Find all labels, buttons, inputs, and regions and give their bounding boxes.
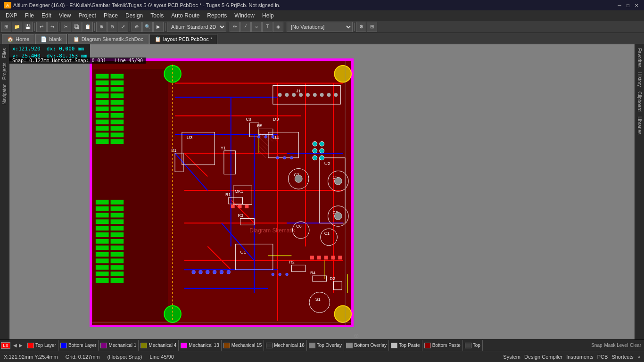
layer-mech1[interactable]: Mechanical 1	[99, 340, 139, 351]
tb-zoom-in[interactable]: ⊕	[96, 22, 107, 32]
tb-comp[interactable]: ◈	[273, 22, 283, 32]
tb-circle[interactable]: ○	[251, 22, 262, 32]
tb-copy[interactable]: ⿻	[72, 22, 82, 32]
layer-top-overlay[interactable]: Top Overlay	[307, 340, 344, 351]
menu-tools[interactable]: Tools	[147, 11, 167, 20]
svg-text:D3: D3	[273, 116, 279, 122]
svg-point-169	[313, 156, 317, 160]
svg-rect-50	[111, 278, 124, 283]
variation-dropdown[interactable]: [No Variations]	[287, 22, 353, 32]
close-button[interactable]: ✕	[633, 2, 640, 8]
shortcuts-panel[interactable]: Shortcuts	[611, 354, 633, 360]
tb-undo[interactable]: ↩	[36, 22, 47, 32]
tb-extra2[interactable]: ⊞	[367, 22, 377, 32]
menu-edit[interactable]: Edit	[38, 11, 55, 20]
tb-paste[interactable]: 📋	[83, 22, 93, 32]
panel-favorites[interactable]: Favorites	[636, 46, 643, 69]
clear-button[interactable]: Clear	[630, 343, 641, 348]
panel-libraries[interactable]: Libraries	[636, 115, 643, 136]
panel-clipboard[interactable]: Clipboard	[636, 90, 643, 114]
tb-cross[interactable]: ⊕	[132, 22, 142, 32]
tab-blank[interactable]: 📄 blank	[35, 34, 66, 44]
svg-point-173	[334, 213, 342, 220]
tb-redo[interactable]: ↪	[47, 22, 58, 32]
layer-top[interactable]: Top Layer	[25, 340, 58, 351]
tab-schematic[interactable]: 📋 Diagram Skematik.SchDoc	[68, 34, 149, 44]
svg-rect-14	[111, 74, 124, 79]
tb-open[interactable]: 📁	[12, 22, 22, 32]
tb-text[interactable]: T	[262, 22, 272, 32]
menu-place[interactable]: Place	[100, 11, 122, 20]
layer-bottom[interactable]: Bottom Layer	[58, 340, 99, 351]
tb-inspect[interactable]: 🔍	[142, 22, 153, 32]
menu-project[interactable]: Project	[75, 11, 100, 20]
menu-file[interactable]: File	[21, 11, 38, 20]
snap-button[interactable]: Snap	[591, 343, 602, 348]
minimize-button[interactable]: ─	[616, 2, 623, 8]
layer-top-paste[interactable]: Top Paste	[389, 340, 422, 351]
sidebar-projects[interactable]: Projects	[1, 61, 8, 82]
sidebar-files[interactable]: Files	[1, 46, 8, 60]
menu-dxp[interactable]: DXP	[2, 11, 21, 20]
svg-rect-46	[111, 252, 124, 257]
expand-arrow[interactable]: »	[637, 354, 640, 360]
tb-grid[interactable]: ⊞	[1, 22, 11, 32]
layer-scroll-left[interactable]: ◀	[12, 343, 18, 348]
pcb-panel[interactable]: PCB	[597, 354, 608, 360]
svg-point-141	[199, 270, 203, 274]
layer-mech16[interactable]: Mechanical 16	[264, 340, 306, 351]
mask-level-button[interactable]: Mask Level	[604, 343, 628, 348]
menu-window[interactable]: Window	[231, 11, 258, 20]
svg-rect-21	[111, 120, 124, 124]
menu-design[interactable]: Design	[122, 11, 147, 20]
layer-scroll-right[interactable]: ▶	[18, 343, 24, 348]
tab-pcb-label: layout PCB.PcbDoc *	[163, 36, 212, 42]
tb-zoom-fit[interactable]: ⤢	[118, 22, 128, 32]
svg-rect-13	[96, 139, 109, 144]
svg-text:R2: R2	[289, 260, 294, 264]
svg-text:U2: U2	[324, 161, 330, 166]
tb-cut[interactable]: ✂	[61, 22, 71, 32]
pcb-board[interactable]: U3 U4 U1 U2 C2 C5 C3	[90, 58, 354, 327]
svg-rect-49	[111, 272, 124, 276]
tb-line[interactable]: ⁄	[240, 22, 251, 32]
layer-mech4[interactable]: Mechanical 4	[139, 340, 179, 351]
layer-bot-overlay[interactable]: Bottom Overlay	[344, 340, 389, 351]
svg-point-153	[279, 273, 281, 276]
tab-home[interactable]: 🏠 Home	[2, 34, 34, 44]
layer-mech15[interactable]: Mechanical 15	[222, 340, 264, 351]
scheme-dropdown[interactable]: Altium Standard 2D	[167, 22, 226, 32]
restore-button[interactable]: □	[624, 2, 632, 8]
svg-text:D1: D1	[171, 148, 176, 153]
svg-rect-11	[96, 126, 109, 131]
system-panel[interactable]: System	[503, 354, 520, 360]
instruments-panel[interactable]: Instruments	[566, 354, 593, 360]
tab-schematic-label: Diagram Skematik.SchDoc	[82, 36, 143, 42]
design-compiler-panel[interactable]: Design Compiler	[524, 354, 562, 360]
tb-zoom-out[interactable]: ⊖	[107, 22, 117, 32]
menu-view[interactable]: View	[55, 11, 75, 20]
panel-history[interactable]: History	[636, 70, 643, 89]
menu-autoroute[interactable]: Auto Route	[167, 11, 203, 20]
svg-rect-42	[111, 226, 124, 230]
tab-pcb[interactable]: 📋 layout PCB.PcbDoc *	[149, 34, 217, 44]
tb-extra1[interactable]: ⚙	[356, 22, 366, 32]
tb-pen[interactable]: ✏	[230, 22, 240, 32]
layer-top-silk[interactable]: Top	[463, 340, 483, 351]
line-text: Line 45/90	[115, 58, 143, 63]
canvas-area[interactable]: x:121,920 dx: 0,000 mm y: 25,400 dy:-81,…	[9, 44, 635, 339]
svg-rect-9	[96, 113, 109, 118]
layer-bot-paste[interactable]: Bottom Paste	[422, 340, 463, 351]
svg-text:R5: R5	[257, 124, 262, 129]
tb-run[interactable]: ▶	[153, 22, 164, 32]
layer-mech13[interactable]: Mechanical 13	[179, 340, 221, 351]
svg-rect-39	[111, 206, 124, 211]
svg-point-125	[292, 93, 296, 97]
menu-reports[interactable]: Reports	[203, 11, 231, 20]
sidebar-navigator[interactable]: Navigator	[1, 82, 8, 107]
svg-rect-38	[111, 200, 124, 205]
tb-save[interactable]: 💾	[23, 22, 33, 32]
ls-indicator[interactable]: LS	[1, 342, 10, 349]
menu-help[interactable]: Help	[258, 11, 278, 20]
cursor-indicator: ⊕	[354, 332, 359, 339]
